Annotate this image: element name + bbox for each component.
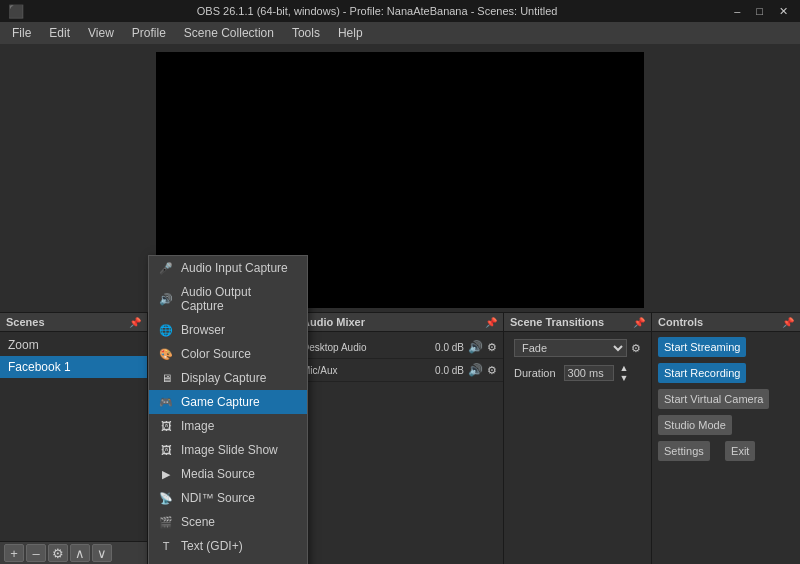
- controls-header: Controls 📌: [652, 313, 800, 332]
- ctx-game-capture-label: Game Capture: [181, 395, 260, 409]
- transitions-header: Scene Transitions 📌: [504, 313, 651, 332]
- menu-edit[interactable]: Edit: [41, 24, 78, 42]
- display-capture-icon: 🖥: [159, 372, 173, 384]
- media-source-icon: ▶: [159, 468, 173, 481]
- title-controls: – □ ✕: [730, 5, 792, 18]
- ctx-audio-input-label: Audio Input Capture: [181, 261, 288, 275]
- ctx-game-capture[interactable]: 🎮 Game Capture: [149, 390, 307, 414]
- ctx-ndi-source[interactable]: 📡 NDI™ Source: [149, 486, 307, 510]
- scenes-list: Zoom Facebook 1: [0, 332, 147, 541]
- ndi-source-icon: 📡: [159, 492, 173, 505]
- desktop-audio-mute-button[interactable]: 🔊: [468, 340, 483, 354]
- desktop-audio-settings-button[interactable]: ⚙: [487, 341, 497, 354]
- close-button[interactable]: ✕: [775, 5, 792, 18]
- maximize-button[interactable]: □: [752, 5, 767, 18]
- menu-file[interactable]: File: [4, 24, 39, 42]
- menu-profile[interactable]: Profile: [124, 24, 174, 42]
- desktop-audio-db: 0.0 dB: [432, 342, 464, 353]
- audio-output-icon: 🔊: [159, 293, 173, 306]
- scene-down-button[interactable]: ∨: [92, 544, 112, 562]
- audio-header: Audio Mixer 📌: [296, 313, 503, 332]
- audio-mixer-panel: Audio Mixer 📌 Desktop Audio 0.0 dB: [296, 313, 504, 564]
- ctx-media-source-label: Media Source: [181, 467, 255, 481]
- duration-label: Duration: [514, 367, 556, 379]
- scene-item-zoom[interactable]: Zoom: [0, 334, 147, 356]
- title-text: OBS 26.1.1 (64-bit, windows) - Profile: …: [24, 5, 730, 17]
- transitions-pin-icon: 📌: [633, 317, 645, 328]
- scenes-header: Scenes 📌: [0, 313, 147, 332]
- duration-down-button[interactable]: ▼: [620, 373, 629, 383]
- mic-audio-db: 0.0 dB: [432, 365, 464, 376]
- menu-view[interactable]: View: [80, 24, 122, 42]
- transition-type-row: Fade ⚙: [508, 336, 647, 360]
- ctx-audio-output-label: Audio Output Capture: [181, 285, 297, 313]
- image-slideshow-icon: 🖼: [159, 444, 173, 456]
- ctx-color-source[interactable]: 🎨 Color Source: [149, 342, 307, 366]
- ctx-scene[interactable]: 🎬 Scene: [149, 510, 307, 534]
- ctx-image[interactable]: 🖼 Image: [149, 414, 307, 438]
- scene-add-button[interactable]: +: [4, 544, 24, 562]
- browser-icon: 🌐: [159, 324, 173, 337]
- audio-input-icon: 🎤: [159, 262, 173, 275]
- audio-channel-desktop: Desktop Audio 0.0 dB 🔊 ⚙: [296, 336, 503, 359]
- ctx-ndi-source-label: NDI™ Source: [181, 491, 255, 505]
- scenes-pin-icon: 📌: [129, 317, 141, 328]
- mic-aux-label: Mic/Aux: [302, 365, 372, 376]
- app-icon: ⬛: [8, 4, 24, 19]
- ctx-browser[interactable]: 🌐 Browser: [149, 318, 307, 342]
- text-gdi-icon: T: [159, 540, 173, 552]
- exit-button[interactable]: Exit: [725, 441, 755, 461]
- mic-audio-mute-button[interactable]: 🔊: [468, 363, 483, 377]
- ctx-display-capture-label: Display Capture: [181, 371, 266, 385]
- ctx-image-label: Image: [181, 419, 214, 433]
- menu-bar: File Edit View Profile Scene Collection …: [0, 22, 800, 44]
- ctx-video-capture[interactable]: 📷 Video Capture Device: [149, 558, 307, 564]
- scene-settings-button[interactable]: ⚙: [48, 544, 68, 562]
- title-bar: ⬛ OBS 26.1.1 (64-bit, windows) - Profile…: [0, 0, 800, 22]
- ctx-image-slideshow-label: Image Slide Show: [181, 443, 278, 457]
- ctx-text-gdi[interactable]: T Text (GDI+): [149, 534, 307, 558]
- duration-up-button[interactable]: ▲: [620, 363, 629, 373]
- game-capture-icon: 🎮: [159, 396, 173, 409]
- color-source-icon: 🎨: [159, 348, 173, 361]
- ctx-media-source[interactable]: ▶ Media Source: [149, 462, 307, 486]
- ctx-scene-label: Scene: [181, 515, 215, 529]
- audio-channels: Desktop Audio 0.0 dB 🔊 ⚙ Mic: [296, 332, 503, 564]
- controls-content: Start Streaming Start Recording Start Vi…: [652, 332, 800, 466]
- transitions-content: Fade ⚙ Duration ▲ ▼: [504, 332, 651, 390]
- ctx-display-capture[interactable]: 🖥 Display Capture: [149, 366, 307, 390]
- scene-remove-button[interactable]: –: [26, 544, 46, 562]
- scenes-panel: Scenes 📌 Zoom Facebook 1 + – ⚙ ∧ ∨: [0, 313, 148, 564]
- mic-audio-settings-button[interactable]: ⚙: [487, 364, 497, 377]
- transition-type-select[interactable]: Fade: [514, 339, 627, 357]
- ctx-browser-label: Browser: [181, 323, 225, 337]
- menu-tools[interactable]: Tools: [284, 24, 328, 42]
- scenes-buttons: + – ⚙ ∧ ∨: [0, 541, 147, 564]
- settings-button[interactable]: Settings: [658, 441, 710, 461]
- start-streaming-button[interactable]: Start Streaming: [658, 337, 746, 357]
- transitions-panel: Scene Transitions 📌 Fade ⚙ Duration ▲ ▼: [504, 313, 652, 564]
- audio-channel-mic: Mic/Aux 0.0 dB 🔊 ⚙: [296, 359, 503, 382]
- menu-help[interactable]: Help: [330, 24, 371, 42]
- ctx-audio-output[interactable]: 🔊 Audio Output Capture: [149, 280, 307, 318]
- desktop-audio-label: Desktop Audio: [302, 342, 372, 353]
- start-recording-button[interactable]: Start Recording: [658, 363, 746, 383]
- ctx-color-source-label: Color Source: [181, 347, 251, 361]
- menu-scene-collection[interactable]: Scene Collection: [176, 24, 282, 42]
- studio-mode-button[interactable]: Studio Mode: [658, 415, 732, 435]
- ctx-audio-input[interactable]: 🎤 Audio Input Capture: [149, 256, 307, 280]
- scene-up-button[interactable]: ∧: [70, 544, 90, 562]
- ctx-image-slideshow[interactable]: 🖼 Image Slide Show: [149, 438, 307, 462]
- audio-pin-icon: 📌: [485, 317, 497, 328]
- minimize-button[interactable]: –: [730, 5, 744, 18]
- ctx-text-gdi-label: Text (GDI+): [181, 539, 243, 553]
- context-menu: 🎤 Audio Input Capture 🔊 Audio Output Cap…: [148, 255, 308, 564]
- controls-panel: Controls 📌 Start Streaming Start Recordi…: [652, 313, 800, 564]
- scene-icon: 🎬: [159, 516, 173, 529]
- controls-pin-icon: 📌: [782, 317, 794, 328]
- scene-item-facebook[interactable]: Facebook 1: [0, 356, 147, 378]
- transition-duration-row: Duration ▲ ▼: [508, 360, 647, 386]
- duration-input[interactable]: [564, 365, 614, 381]
- start-virtual-camera-button[interactable]: Start Virtual Camera: [658, 389, 769, 409]
- transitions-gear-icon[interactable]: ⚙: [631, 342, 641, 355]
